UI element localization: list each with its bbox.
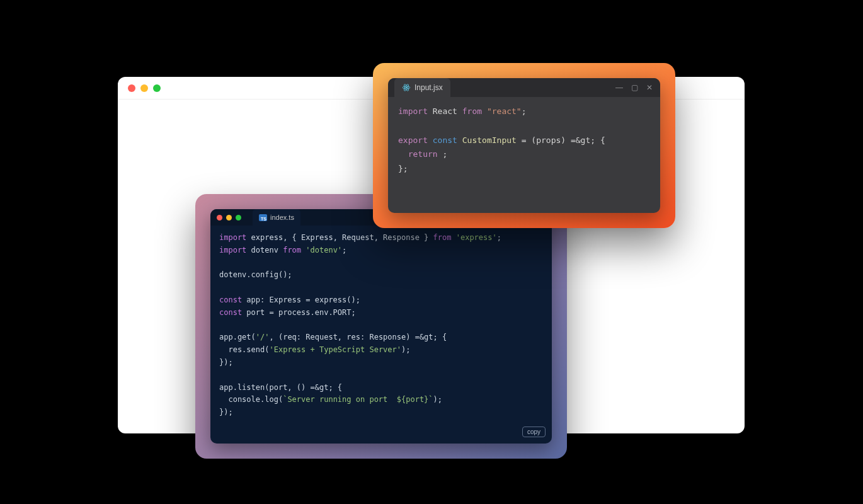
window-controls: — ▢ ✕ — [615, 78, 654, 97]
editor-titlebar: Input.jsx — ▢ ✕ — [388, 78, 660, 97]
copy-button[interactable]: copy — [522, 427, 546, 437]
editor-tab[interactable]: Input.jsx — [394, 78, 450, 97]
react-icon — [402, 83, 411, 92]
minimize-icon[interactable]: — — [615, 83, 624, 92]
maximize-icon[interactable] — [153, 84, 161, 92]
close-icon[interactable] — [217, 215, 222, 220]
tab-filename: Input.jsx — [414, 83, 443, 92]
minimize-icon[interactable] — [140, 84, 148, 92]
code-content: import React from "react"; export const … — [388, 97, 660, 213]
svg-point-0 — [406, 87, 407, 88]
maximize-icon[interactable]: ▢ — [630, 83, 639, 92]
maximize-icon[interactable] — [236, 215, 241, 220]
editor-window: Input.jsx — ▢ ✕ import React from "react… — [388, 78, 660, 213]
tab-filename: index.ts — [270, 214, 294, 221]
minimize-icon[interactable] — [226, 215, 232, 220]
editor-tab[interactable]: TS index.ts — [253, 209, 300, 226]
close-icon[interactable] — [128, 84, 135, 92]
code-content: import express, { Express, Request, Resp… — [210, 226, 552, 444]
typescript-icon: TS — [259, 214, 267, 221]
editor-window: TS index.ts import express, { Express, R… — [210, 209, 552, 444]
code-snippet-card-orange: Input.jsx — ▢ ✕ import React from "react… — [373, 63, 675, 228]
close-icon[interactable]: ✕ — [645, 83, 654, 92]
code-snippet-card-purple: TS index.ts import express, { Express, R… — [195, 194, 567, 459]
